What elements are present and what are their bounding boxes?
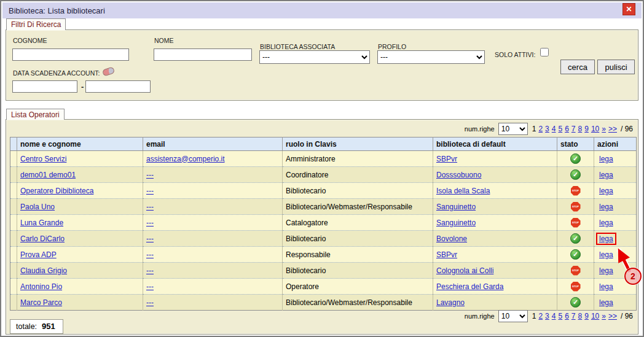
operator-name-link[interactable]: Prova ADP	[20, 250, 57, 259]
status-stop-icon: STOP	[571, 186, 581, 196]
operator-role: Bibliotecario	[283, 263, 433, 279]
operator-name-link[interactable]: Paola Uno	[20, 203, 55, 211]
rows-per-page-select[interactable]: 10	[498, 123, 528, 135]
operator-email-link[interactable]: ---	[146, 171, 154, 179]
solo-attivi-checkbox[interactable]	[540, 48, 549, 56]
status-active-icon: ✓	[570, 249, 581, 260]
page-link[interactable]: >>	[608, 312, 617, 320]
operator-email-link[interactable]: ---	[146, 266, 154, 275]
operator-role: Amministratore	[283, 151, 433, 167]
page-link[interactable]: »	[602, 125, 606, 133]
page-link[interactable]: 4	[552, 312, 556, 320]
page-link[interactable]: 10	[591, 125, 599, 133]
profilo-select[interactable]: ---	[377, 50, 485, 64]
operator-name-link[interactable]: Operatore Dibiblioteca	[20, 187, 93, 195]
row-selector-cell	[10, 215, 17, 231]
page-link[interactable]: »	[602, 312, 606, 320]
operator-email-link[interactable]: ---	[146, 298, 154, 307]
operator-role: Responsabile	[283, 247, 433, 263]
page-link[interactable]: 10	[591, 312, 599, 320]
default-library-link[interactable]: Colognola ai Colli	[436, 266, 493, 275]
lega-action-link[interactable]: lega	[599, 171, 613, 179]
pulisci-button[interactable]: pulisci	[597, 60, 635, 74]
page-link[interactable]: 3	[545, 312, 549, 320]
page-link[interactable]: 4	[552, 125, 556, 133]
operator-email-link[interactable]: ---	[146, 282, 154, 291]
page-link[interactable]: 9	[584, 312, 589, 320]
default-library-link[interactable]: SBPvr	[436, 250, 457, 259]
lega-action-link[interactable]: lega	[599, 203, 613, 211]
data-scadenza-a-input[interactable]	[85, 80, 151, 93]
rows-per-page-select[interactable]: 10	[498, 310, 528, 322]
lega-action-link[interactable]: lega	[599, 219, 613, 227]
page-link[interactable]: 6	[565, 312, 569, 320]
operator-email-link[interactable]: assistenza@comperio.it	[146, 155, 225, 163]
lega-action-link[interactable]: lega	[599, 155, 613, 163]
page-link[interactable]: 6	[565, 125, 569, 133]
nome-input[interactable]	[154, 48, 252, 61]
row-selector-cell	[10, 263, 17, 279]
default-library-link[interactable]: Isola della Scala	[436, 187, 490, 195]
default-library-link[interactable]: Peschiera del Garda	[436, 282, 503, 291]
operator-name-link[interactable]: Carlo DiCarlo	[20, 234, 65, 243]
operator-email-link[interactable]: ---	[146, 234, 154, 243]
tab-filtri-label: Filtri Di Ricerca	[11, 20, 61, 29]
operator-name-link[interactable]: Luna Grande	[20, 219, 63, 227]
lega-box: lega	[597, 202, 615, 212]
totale-label: totale:	[16, 322, 37, 331]
page-link[interactable]: 8	[578, 312, 583, 320]
close-icon: ✕	[626, 6, 632, 13]
page-link[interactable]: 7	[571, 125, 576, 133]
table-row: Prova ADP --- Responsabile SBPvr ✓ lega	[10, 247, 637, 263]
default-library-link[interactable]: Dosssobuono	[436, 171, 481, 179]
eraser-icon[interactable]	[102, 66, 115, 76]
tab-filtri-di-ricerca[interactable]: Filtri Di Ricerca	[6, 18, 66, 30]
default-library-link[interactable]: SBPvr	[436, 155, 457, 163]
operator-name-link[interactable]: demo01 demo01	[20, 171, 76, 179]
operator-name-link[interactable]: Marco Parco	[20, 298, 62, 307]
page-link[interactable]: 7	[571, 312, 576, 320]
lega-action-link[interactable]: lega	[599, 187, 613, 195]
lega-action-link[interactable]: lega	[599, 298, 613, 307]
lega-action-link[interactable]: lega	[599, 234, 613, 243]
page-link[interactable]: 2	[538, 312, 543, 320]
page-link[interactable]: 5	[558, 125, 562, 133]
default-library-link[interactable]: Bovolone	[436, 234, 467, 243]
operator-email-link[interactable]: ---	[146, 203, 154, 211]
app-window: Biblioteca: Lista bibliotecari ✕ Filtri …	[0, 0, 644, 337]
row-selector-cell	[10, 199, 17, 215]
operator-email-link[interactable]: ---	[146, 250, 154, 259]
page-link[interactable]: >>	[608, 125, 617, 133]
page-link[interactable]: 3	[545, 125, 549, 133]
nome-label: NOME	[154, 37, 174, 44]
row-selector-cell	[10, 247, 17, 263]
status-active-icon: ✓	[570, 233, 581, 244]
table-row: Luna Grande --- Catalogatore Sanguinetto…	[10, 215, 637, 231]
page-link[interactable]: 2	[538, 125, 543, 133]
tab-lista-operatori[interactable]: Lista Operatori	[6, 109, 65, 120]
column-header: email	[143, 138, 283, 151]
page-link[interactable]: 9	[584, 125, 589, 133]
page-link[interactable]: 8	[578, 125, 583, 133]
operator-name-link[interactable]: Antonino Pio	[20, 282, 62, 291]
row-selector-cell	[10, 151, 17, 167]
default-library-link[interactable]: Sanguinetto	[436, 203, 476, 211]
operator-name-link[interactable]: Centro Servizi	[20, 155, 66, 163]
operator-email-link[interactable]: ---	[146, 187, 154, 195]
row-selector-cell	[10, 183, 17, 199]
close-button[interactable]: ✕	[622, 3, 635, 15]
default-library-link[interactable]: Lavagno	[436, 298, 465, 307]
column-header: stato	[557, 138, 594, 151]
column-header: nome e cognome	[17, 138, 143, 151]
cerca-button[interactable]: cerca	[560, 60, 595, 74]
operator-name-link[interactable]: Claudia Grigio	[20, 266, 67, 275]
lega-box: lega	[597, 170, 615, 180]
default-library-link[interactable]: Sanguinetto	[436, 219, 476, 227]
data-scadenza-da-input[interactable]	[12, 80, 77, 93]
biblioteca-associata-select[interactable]: ---	[259, 50, 370, 64]
operator-email-link[interactable]: ---	[146, 219, 154, 227]
cognome-input[interactable]	[12, 48, 129, 61]
solo-attivi-label: SOLO ATTIVI:	[495, 51, 535, 58]
lega-action-link[interactable]: lega	[599, 282, 613, 291]
page-link[interactable]: 5	[558, 312, 562, 320]
